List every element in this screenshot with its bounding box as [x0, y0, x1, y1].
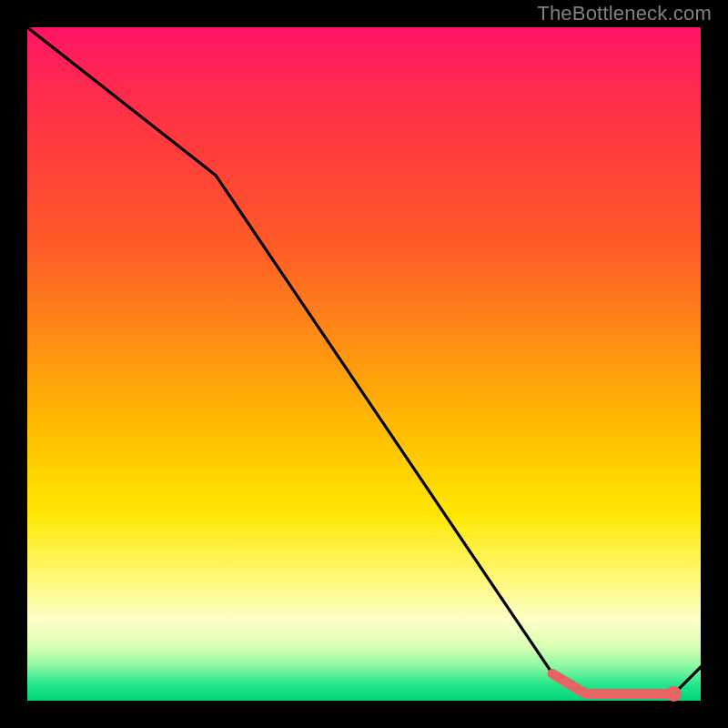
- line-chart-svg: [27, 27, 701, 701]
- optimal-range-marker: [552, 673, 673, 693]
- chart-container: TheBottleneck.com: [0, 0, 728, 728]
- plot-area: [27, 27, 701, 701]
- bottleneck-curve: [27, 27, 701, 694]
- attribution-text: TheBottleneck.com: [537, 2, 712, 25]
- optimal-point-marker: [666, 686, 682, 702]
